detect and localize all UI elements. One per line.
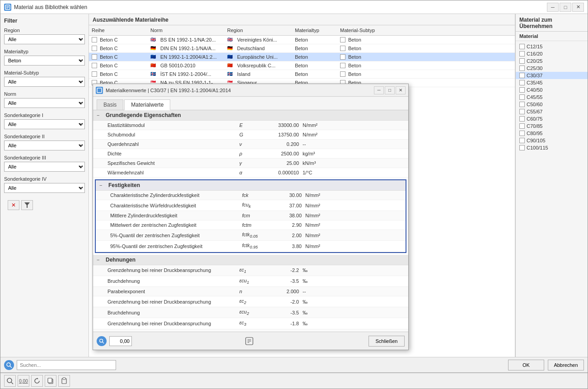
filter-region-select[interactable]: Alle xyxy=(4,34,85,44)
material-item[interactable]: C80/95 xyxy=(516,130,588,137)
row-checkbox[interactable] xyxy=(92,46,97,51)
material-item[interactable]: C12/15 xyxy=(516,43,588,50)
prop-symbol: α xyxy=(238,169,265,176)
material-checkbox[interactable] xyxy=(519,44,525,49)
filter-delete-button[interactable]: ✕ xyxy=(8,200,19,210)
filter-materialtyp-group: Materialtyp Beton xyxy=(4,49,85,66)
section-header-festigkeiten[interactable]: − Festigkeiten xyxy=(96,180,406,191)
minimize-button[interactable]: ─ xyxy=(547,3,559,12)
prop-name: Spezifisches Gewicht xyxy=(93,159,238,167)
material-label: C70/85 xyxy=(527,123,542,129)
row-checkbox[interactable] xyxy=(92,63,97,68)
toolbar-search-button[interactable] xyxy=(4,375,16,387)
material-item[interactable]: C100/115 xyxy=(516,144,588,151)
filter-panel: Filter Region Alle Materialtyp Beton xyxy=(0,14,89,357)
table-row[interactable]: Beton C 🇪🇺 EN 1992-1-1:2004/A1:2... 🇪🇺 E… xyxy=(89,53,515,61)
material-item[interactable]: C60/75 xyxy=(516,115,588,122)
table-row[interactable]: Beton C 🇨🇳 GB 50010-2010 🇨🇳 Volksrepubli… xyxy=(89,61,515,70)
material-checkbox[interactable] xyxy=(519,123,525,129)
filter-sonder1-select[interactable]: Alle xyxy=(4,119,85,129)
prop-value: 2.00 xyxy=(267,232,303,239)
col-header-reihe[interactable]: Reihe xyxy=(89,27,148,34)
material-item[interactable]: C35/45 xyxy=(516,79,588,86)
material-list-title: Auszuwählende Materialreihe xyxy=(89,14,515,25)
modal-value-input[interactable] xyxy=(109,336,132,346)
filter-funnel-button[interactable] xyxy=(21,200,33,210)
material-checkbox[interactable] xyxy=(519,87,525,93)
filter-sonder4-select[interactable]: Alle xyxy=(4,183,85,193)
toolbar-copy-button[interactable] xyxy=(45,375,56,387)
col-header-norm[interactable]: Norm xyxy=(148,27,224,34)
material-item[interactable]: C25/30 xyxy=(516,65,588,72)
filter-norm-group: Norm Alle xyxy=(4,91,85,108)
material-checkbox[interactable] xyxy=(519,145,525,150)
row-checkbox[interactable] xyxy=(92,54,97,60)
property-row: Elastizitätsmodul E 33000.00 N/mm² xyxy=(93,121,408,130)
material-item[interactable]: C16/20 xyxy=(516,50,588,57)
section-header-grundlegende[interactable]: − Grundlegende Eigenschaften xyxy=(93,110,408,121)
title-bar-buttons: ─ □ ✕ xyxy=(547,3,584,12)
modal-title-buttons: ─ □ ✕ xyxy=(374,86,406,94)
material-checkbox[interactable] xyxy=(519,116,525,122)
col-header-region[interactable]: Region xyxy=(224,27,292,34)
cancel-button[interactable]: Abbrechen xyxy=(548,360,584,370)
filter-subtyp-select[interactable]: Alle xyxy=(4,77,85,87)
col-header-materialtyp[interactable]: Materialtyp xyxy=(292,27,337,34)
subtyp-checkbox[interactable] xyxy=(340,63,345,68)
material-item[interactable]: C50/60 xyxy=(516,101,588,108)
material-label: C40/50 xyxy=(527,87,542,93)
close-button[interactable]: ✕ xyxy=(572,3,584,12)
property-row: 95%-Quantil der zentrischen Zugfestigkei… xyxy=(96,241,406,252)
filter-sonder2-select[interactable]: Alle xyxy=(4,141,85,150)
material-item[interactable]: C30/37 xyxy=(516,72,588,79)
row-reihe: Beton C xyxy=(100,46,118,51)
search-input[interactable] xyxy=(17,360,116,370)
section-header-dehnungen[interactable]: − Dehnungen xyxy=(93,255,408,265)
table-row[interactable]: Beton C 🇮🇸 İST EN 1992-1-2004/... 🇮🇸 Isl… xyxy=(89,70,515,79)
table-row[interactable]: Beton C 🇩🇪 DIN EN 1992-1-1/NA/A... 🇩🇪 De… xyxy=(89,44,515,53)
material-item[interactable]: C70/85 xyxy=(516,122,588,130)
ok-button[interactable]: OK xyxy=(508,360,544,370)
col-header-subtyp[interactable]: Material-Subtyp xyxy=(337,27,396,34)
filter-materialtyp-select[interactable]: Beton xyxy=(4,56,85,66)
material-item[interactable]: C90/105 xyxy=(516,137,588,144)
modal-close-button[interactable]: Schließen xyxy=(369,336,405,347)
row-checkbox[interactable] xyxy=(92,37,97,42)
toolbar-refresh-button[interactable] xyxy=(31,375,43,387)
material-checkbox[interactable] xyxy=(519,51,525,56)
modal-tab-materialwerte[interactable]: Materialwerte xyxy=(124,99,170,110)
modal-minimize-button[interactable]: ─ xyxy=(374,86,384,94)
prop-symbol: εcu1 xyxy=(238,277,265,286)
material-checkbox[interactable] xyxy=(519,131,525,136)
prop-name: Grenzdehnung bei reiner Druckbeanspruchu… xyxy=(93,298,238,305)
material-item[interactable]: C45/55 xyxy=(516,94,588,101)
filter-region-group: Region Alle xyxy=(4,28,85,44)
modal-maximize-button[interactable]: □ xyxy=(385,86,395,94)
material-checkbox[interactable] xyxy=(519,73,525,78)
material-checkbox[interactable] xyxy=(519,66,525,71)
maximize-button[interactable]: □ xyxy=(560,3,571,12)
material-checkbox[interactable] xyxy=(519,80,525,85)
material-checkbox[interactable] xyxy=(519,58,525,64)
material-checkbox[interactable] xyxy=(519,102,525,107)
material-item[interactable]: C20/25 xyxy=(516,57,588,65)
table-row[interactable]: Beton C 🇬🇧 BS EN 1992-1-1/NA:20... 🇬🇧 Ve… xyxy=(89,36,515,44)
filter-norm-select[interactable]: Alle xyxy=(4,98,85,108)
filter-sonder3-select[interactable]: Alle xyxy=(4,162,85,172)
subtyp-checkbox[interactable] xyxy=(340,54,345,60)
subtyp-checkbox[interactable] xyxy=(340,46,345,51)
material-checkbox[interactable] xyxy=(519,109,525,114)
modal-tab-basis[interactable]: Basis xyxy=(97,99,123,110)
prop-name: Mittlere Zylinderdruckfestigkeit xyxy=(96,212,240,219)
material-item[interactable]: C40/50 xyxy=(516,86,588,94)
subtyp-checkbox[interactable] xyxy=(340,71,345,77)
toolbar-input-button[interactable]: 0,00 xyxy=(18,375,29,387)
material-checkbox[interactable] xyxy=(519,94,525,100)
toolbar-paste-button[interactable] xyxy=(58,375,70,387)
property-row: Spezifisches Gewicht γ 25.00 kN/m³ xyxy=(93,159,408,168)
subtyp-checkbox[interactable] xyxy=(340,37,345,42)
modal-close-x-button[interactable]: ✕ xyxy=(396,86,406,94)
material-checkbox[interactable] xyxy=(519,138,525,143)
row-checkbox[interactable] xyxy=(92,71,97,77)
material-item[interactable]: C55/67 xyxy=(516,108,588,115)
